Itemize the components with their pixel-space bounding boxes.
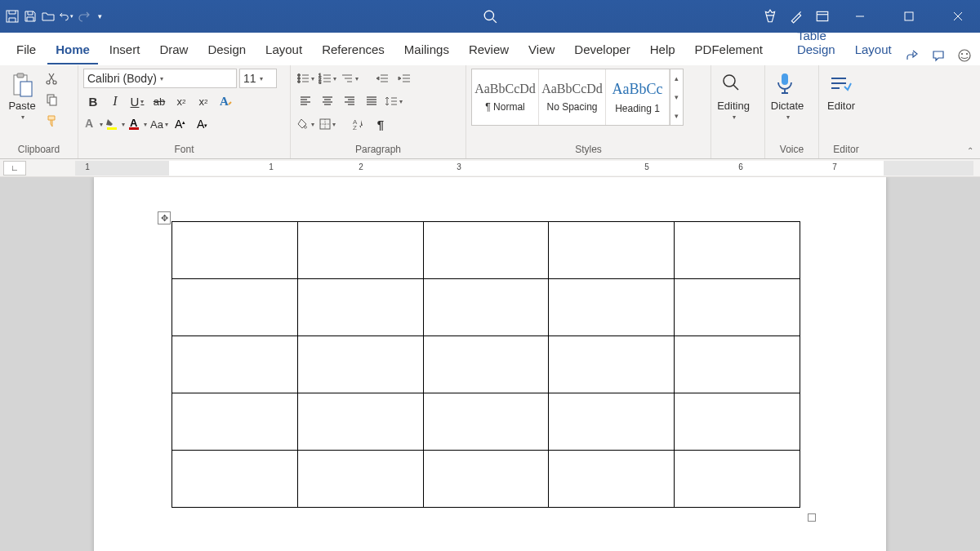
table-cell[interactable] [549,279,675,336]
highlight-button[interactable]: ▾ [105,114,125,134]
table-cell[interactable] [675,336,800,393]
table-resize-handle[interactable] [808,513,816,522]
tab-mailings[interactable]: Mailings [396,36,457,64]
table-cell[interactable] [172,222,298,279]
bullets-button[interactable]: ▾ [296,69,315,88]
superscript-button[interactable]: x2 [194,91,213,111]
save-icon[interactable] [23,9,38,24]
table-cell[interactable] [297,336,423,393]
table-cell[interactable] [423,222,549,279]
tab-home[interactable]: Home [47,36,98,64]
tab-design[interactable]: Design [199,36,254,64]
tab-view[interactable]: View [520,36,563,64]
cut-button[interactable] [42,69,61,88]
table-cell[interactable] [675,222,800,279]
chevron-down-icon[interactable]: ▾ [21,113,24,121]
table-cell[interactable] [549,393,675,451]
gallery-scroll[interactable]: ▴▾▾ [670,69,683,125]
tab-file[interactable]: File [8,36,44,64]
undo-icon[interactable]: ▾ [59,9,74,24]
share-icon[interactable] [903,47,921,64]
subscript-button[interactable]: x2 [172,91,191,111]
tab-table-design[interactable]: Table Design [789,22,844,64]
table-cell[interactable] [549,451,675,508]
align-right-button[interactable] [340,91,359,111]
table-cell[interactable] [423,279,549,336]
comments-icon[interactable] [929,47,947,64]
numbering-button[interactable]: 123▾ [318,69,337,88]
dictate-button[interactable]: Dictate▾ [770,69,804,124]
table-move-handle[interactable]: ✥ [158,211,171,224]
borders-button[interactable]: ▾ [318,114,337,134]
table-cell[interactable] [675,279,800,336]
table-cell[interactable] [549,222,675,279]
change-case-button[interactable]: Aa▾ [149,114,169,134]
tab-help[interactable]: Help [642,36,684,64]
format-painter-button[interactable] [42,111,61,131]
document-area[interactable]: ✥ [0,177,980,551]
table-cell[interactable] [297,222,423,279]
paste-button[interactable]: Paste ▾ [5,69,39,124]
tab-draw[interactable]: Draw [151,36,196,64]
tab-insert[interactable]: Insert [101,36,149,64]
align-center-button[interactable] [318,91,337,111]
table-cell[interactable] [675,393,800,451]
increase-indent-button[interactable] [394,69,414,88]
editor-button[interactable]: Editor [824,69,858,115]
open-icon[interactable] [41,9,56,24]
smiley-icon[interactable] [956,47,973,64]
table-cell[interactable] [423,451,549,508]
font-color-button[interactable]: A▾ [127,114,147,134]
styles-gallery[interactable]: AaBbCcDd ¶ Normal AaBbCcDd No Spacing Aa… [471,69,684,126]
premium-icon[interactable] [763,9,777,24]
page[interactable]: ✥ [94,177,886,551]
tab-layout[interactable]: Layout [257,36,310,64]
text-effects-button[interactable]: A [216,91,235,111]
collapse-ribbon-button[interactable]: ⌃ [960,143,980,158]
sort-button[interactable]: AZ [349,114,368,134]
decrease-indent-button[interactable] [372,69,392,88]
tab-review[interactable]: Review [461,36,517,64]
style-normal[interactable]: AaBbCcDd ¶ Normal [472,69,539,125]
multilevel-list-button[interactable]: ▾ [340,69,359,88]
autosave-icon[interactable] [5,9,20,24]
grow-font-button[interactable]: A▴ [172,114,191,134]
table-cell[interactable] [423,336,549,393]
editing-button[interactable]: Editing▾ [716,69,751,124]
font-name-select[interactable]: Calibri (Body)▾ [83,69,237,88]
bold-button[interactable]: B [83,91,103,111]
horizontal-ruler[interactable]: 1 1 2 3 5 6 7 [75,161,973,176]
table-cell[interactable] [423,393,549,451]
table[interactable] [172,221,800,508]
table-cell[interactable] [172,279,298,336]
tab-selector[interactable]: ∟ [3,161,26,176]
copy-button[interactable] [42,90,61,109]
shrink-font-button[interactable]: A▾ [194,114,213,134]
table-cell[interactable] [172,336,298,393]
tab-pdfelement[interactable]: PDFelement [687,36,771,64]
table-cell[interactable] [549,336,675,393]
style-heading1[interactable]: AaBbCc Heading 1 [606,69,670,125]
show-marks-button[interactable]: ¶ [371,114,390,134]
justify-button[interactable] [362,91,381,111]
strikethrough-button[interactable]: ab [149,91,169,111]
table-cell[interactable] [297,451,423,508]
minimize-button[interactable] [841,0,879,33]
table-cell[interactable] [172,393,298,451]
font-color-effects-button[interactable]: A▾ [83,114,103,134]
tab-developer[interactable]: Developer [566,36,638,64]
tab-references[interactable]: References [314,36,393,64]
qat-customize-icon[interactable]: ▾ [95,9,105,24]
font-size-select[interactable]: 11▾ [239,69,277,88]
table-cell[interactable] [675,451,800,508]
style-no-spacing[interactable]: AaBbCcDd No Spacing [539,69,606,125]
shading-button[interactable]: ▾ [296,114,315,134]
table-cell[interactable] [297,393,423,451]
redo-icon[interactable] [77,9,91,24]
italic-button[interactable]: I [105,91,125,111]
close-button[interactable] [939,0,977,33]
align-left-button[interactable] [296,91,315,111]
tab-table-layout[interactable]: Layout [847,36,900,64]
maximize-button[interactable] [890,0,928,33]
table-cell[interactable] [172,451,298,508]
